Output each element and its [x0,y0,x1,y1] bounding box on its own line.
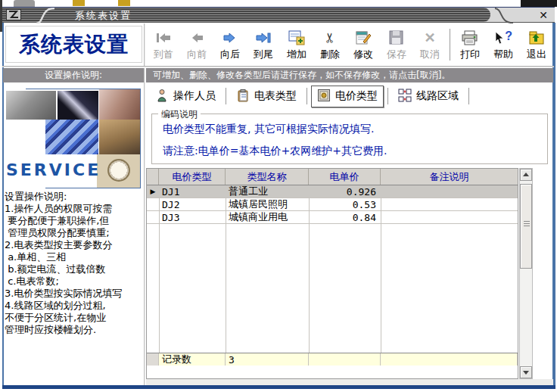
collage-photo-fabric [99,120,140,154]
column-header-code[interactable]: 电价类型 [159,169,226,185]
exit-icon [527,29,546,47]
column-header-name[interactable]: 类型名称 [226,169,309,185]
column-header-note[interactable]: 备注说明 [381,169,518,185]
exit-button[interactable]: 退出 [520,25,553,64]
instruction-line: b.额定电流、过载倍数 [5,263,144,275]
tab-meter-type[interactable]: 电表类型 [230,86,303,107]
record-count-row: 记录数 3 [147,353,518,366]
tab-operators-label: 操作人员 [173,89,216,103]
app-logo-icon [6,9,21,20]
page-title: 系统表设置 [5,26,142,63]
help-icon: ? [494,29,512,47]
scroll-up-button[interactable] [520,169,532,181]
cell-price: 0.84 [309,211,381,223]
cell-name: 城镇商业用电 [226,211,309,223]
hint-bar: 可增加、删除、修改各类型后请进行保存，如不保存修改，请点击[取消]。 [146,68,553,82]
record-count-label: 记录数 [159,353,226,366]
cell-note [381,185,518,198]
instruction-line: 管理时应按楼幢划分. [5,324,144,336]
close-icon[interactable]: ✕ [539,9,548,21]
window-title: 系统表设置 [75,9,132,23]
nav-next-button[interactable]: 向后 [213,25,247,64]
instructions-text: 设置操作说明: 1.操作人员的权限可按需 要分配便于兼职操作,但 管理员权限分配… [5,191,144,342]
collage-photo-keyboard [45,120,98,154]
print-label: 打印 [460,48,480,61]
background-fragment [14,0,35,7]
cancel-icon: ✕ [424,29,435,47]
print-button[interactable]: 打印 [453,25,487,64]
titlebar-curve-decoration [34,8,57,23]
row-selector-arrow: ▶ [147,185,159,198]
nav-prev-label: 向前 [187,48,207,61]
tab-line-area-label: 线路区域 [416,89,459,103]
cell-name: 普通工业 [226,185,309,198]
collage-photo-pen [58,91,98,120]
cell-note [381,211,518,223]
tab-bar: 操作人员 电表类型 电价类型 线路区域 [150,85,473,107]
help-label: 帮助 [493,48,513,61]
groupbox-title: 编码说明 [158,108,201,121]
help-button[interactable]: ? 帮助 [487,25,520,64]
triangle-down-icon [523,371,529,375]
background-fragment [73,0,85,6]
exit-label: 退出 [527,48,546,61]
cell-price: 0.53 [309,198,381,210]
instruction-line: c.电表常数; [5,275,144,288]
nav-first-label: 到首 [154,48,173,61]
toolbar: 到首 向前 向后 到尾 增加 ✂ 删除 [147,24,553,65]
nav-first-icon [155,29,172,47]
nav-next-label: 向后 [220,48,240,61]
background-fragment [118,0,130,6]
tab-price-type-label: 电价类型 [335,89,378,103]
tab-price-type[interactable]: 电价类型 [311,86,384,107]
nav-last-button[interactable]: 到尾 [247,25,280,64]
cell-price: 0.926 [309,185,381,198]
add-button[interactable]: 增加 [280,25,313,64]
window-border [2,385,555,389]
printer-icon [461,29,479,47]
instruction-line: 2.电表类型按主要参数分 [5,239,144,251]
instruction-line: 1.操作人员的权限可按需 [5,203,144,215]
table-row[interactable]: DJ2 城镇居民照明 0.53 [147,198,518,211]
save-button[interactable]: 保存 [380,25,413,64]
column-header-price[interactable]: 电单价 [309,169,381,185]
table-row[interactable]: ▶ DJ1 普通工业 0.926 [147,185,518,198]
edit-button[interactable]: 修改 [347,25,380,64]
nav-prev-icon [189,29,204,47]
collage-photo-tools [6,91,56,120]
cell-name: 城镇居民照明 [226,198,309,210]
tab-operators[interactable]: 操作人员 [150,86,222,107]
nav-first-button[interactable]: 到首 [147,25,180,64]
tab-separator [387,88,388,104]
instruction-line: 4.线路区域的划分过粗, [5,300,144,312]
tab-separator [226,88,226,104]
cancel-button[interactable]: ✕ 取消 [413,25,447,64]
scrollbar-grip [524,221,530,227]
coding-notes-groupbox: 编码说明 电价类型不能重复, 其它可根据实际情况填写. 请注意:电单价=基本电价… [151,114,548,164]
collage-photo-watch [97,154,140,188]
nav-prev-button[interactable]: 向前 [180,25,213,64]
person-icon [156,89,169,104]
footer-selector-cell [147,353,159,366]
nav-last-icon [255,29,272,47]
cancel-label: 取消 [420,48,440,61]
vertical-scrollbar[interactable] [519,168,533,379]
save-icon [387,29,406,47]
scroll-down-button[interactable] [520,366,532,378]
status-strip [146,379,553,385]
row-selector [147,198,159,210]
table-row[interactable]: DJ3 城镇商业用电 0.84 [147,211,518,224]
cell-note [381,198,518,210]
instruction-line: 3.电价类型按实际情况填写 [5,288,144,300]
add-icon [288,29,306,47]
delete-button[interactable]: ✂ 删除 [313,25,347,64]
nav-last-label: 到尾 [254,48,273,61]
tab-line-area[interactable]: 线路区域 [392,86,465,107]
watch-face [107,159,130,182]
scrollbar-thumb[interactable] [520,184,532,269]
divider [144,68,145,385]
instruction-line: a.单相、三相 [5,251,144,263]
titlebar[interactable]: 系统表设置 ✕ [2,7,555,23]
sidebar-header-bar: 设置操作说明: [3,68,144,82]
tab-separator [468,88,469,104]
